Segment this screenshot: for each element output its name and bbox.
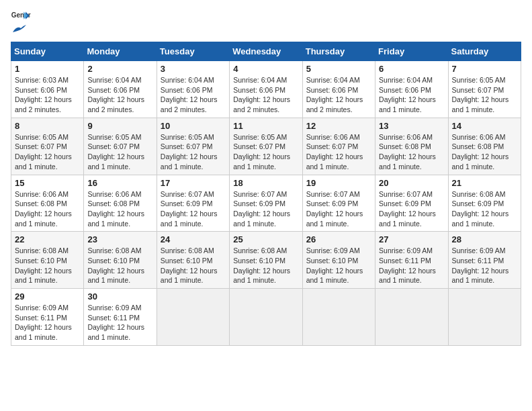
day-info: Sunrise: 6:04 AMSunset: 6:06 PMDaylight:… [379, 75, 444, 115]
day-number: 29 [15, 291, 80, 302]
calendar-cell: 8Sunrise: 6:05 AMSunset: 6:07 PMDaylight… [11, 118, 84, 175]
day-info: Sunrise: 6:06 AMSunset: 6:07 PMDaylight:… [306, 132, 371, 172]
calendar-cell: 13Sunrise: 6:06 AMSunset: 6:08 PMDayligh… [375, 118, 448, 175]
calendar-cell [448, 289, 521, 346]
calendar-table: SundayMondayTuesdayWednesdayThursdayFrid… [11, 42, 521, 346]
day-number: 26 [306, 234, 371, 244]
col-header-friday: Friday [375, 42, 448, 61]
day-number: 9 [87, 121, 152, 131]
calendar-cell: 30Sunrise: 6:09 AMSunset: 6:11 PMDayligh… [84, 289, 157, 346]
day-info: Sunrise: 6:06 AMSunset: 6:08 PMDaylight:… [87, 189, 152, 229]
day-number: 4 [233, 64, 298, 74]
calendar-cell: 28Sunrise: 6:09 AMSunset: 6:11 PMDayligh… [448, 232, 521, 289]
day-info: Sunrise: 6:06 AMSunset: 6:08 PMDaylight:… [379, 132, 444, 172]
calendar-cell: 10Sunrise: 6:05 AMSunset: 6:07 PMDayligh… [157, 118, 229, 175]
day-number: 25 [233, 234, 298, 244]
col-header-thursday: Thursday [302, 42, 375, 61]
col-header-saturday: Saturday [448, 42, 521, 61]
calendar-cell: 22Sunrise: 6:08 AMSunset: 6:10 PMDayligh… [11, 232, 84, 289]
day-number: 19 [306, 178, 371, 188]
logo-bird-icon [11, 24, 26, 35]
calendar-cell: 18Sunrise: 6:07 AMSunset: 6:09 PMDayligh… [230, 175, 302, 232]
day-info: Sunrise: 6:08 AMSunset: 6:09 PMDaylight:… [452, 189, 517, 229]
day-info: Sunrise: 6:09 AMSunset: 6:11 PMDaylight:… [452, 246, 517, 285]
day-info: Sunrise: 6:04 AMSunset: 6:06 PMDaylight:… [306, 75, 371, 115]
day-info: Sunrise: 6:07 AMSunset: 6:09 PMDaylight:… [306, 189, 371, 229]
calendar-cell [230, 289, 302, 346]
day-number: 16 [87, 178, 152, 188]
day-info: Sunrise: 6:09 AMSunset: 6:11 PMDaylight:… [15, 303, 80, 342]
calendar-cell: 14Sunrise: 6:06 AMSunset: 6:08 PMDayligh… [448, 118, 521, 175]
day-number: 13 [379, 121, 444, 131]
col-header-sunday: Sunday [11, 42, 84, 61]
day-number: 28 [452, 234, 517, 244]
day-number: 8 [15, 121, 80, 131]
logo: General [11, 11, 34, 35]
day-number: 27 [379, 234, 444, 244]
calendar-cell: 4Sunrise: 6:04 AMSunset: 6:06 PMDaylight… [230, 61, 302, 118]
day-info: Sunrise: 6:03 AMSunset: 6:06 PMDaylight:… [15, 75, 80, 115]
calendar-cell: 21Sunrise: 6:08 AMSunset: 6:09 PMDayligh… [448, 175, 521, 232]
day-number: 7 [452, 64, 517, 74]
calendar-cell [375, 289, 448, 346]
day-info: Sunrise: 6:04 AMSunset: 6:06 PMDaylight:… [233, 75, 298, 115]
calendar-cell: 6Sunrise: 6:04 AMSunset: 6:06 PMDaylight… [375, 61, 448, 118]
calendar-cell: 5Sunrise: 6:04 AMSunset: 6:06 PMDaylight… [302, 61, 375, 118]
day-info: Sunrise: 6:05 AMSunset: 6:07 PMDaylight:… [87, 132, 152, 172]
logo-icon: General [11, 11, 31, 24]
calendar-cell [157, 289, 229, 346]
day-number: 12 [306, 121, 371, 131]
calendar-cell: 29Sunrise: 6:09 AMSunset: 6:11 PMDayligh… [11, 289, 84, 346]
calendar-cell: 20Sunrise: 6:07 AMSunset: 6:09 PMDayligh… [375, 175, 448, 232]
day-number: 1 [15, 64, 80, 74]
calendar-cell: 23Sunrise: 6:08 AMSunset: 6:10 PMDayligh… [84, 232, 157, 289]
calendar-cell: 3Sunrise: 6:04 AMSunset: 6:06 PMDaylight… [157, 61, 229, 118]
day-number: 10 [161, 121, 226, 131]
day-info: Sunrise: 6:05 AMSunset: 6:07 PMDaylight:… [233, 132, 298, 172]
calendar-cell [302, 289, 375, 346]
day-number: 11 [233, 121, 298, 131]
calendar-cell: 25Sunrise: 6:08 AMSunset: 6:10 PMDayligh… [230, 232, 302, 289]
day-number: 23 [87, 234, 152, 244]
day-number: 21 [452, 178, 517, 188]
day-info: Sunrise: 6:09 AMSunset: 6:11 PMDaylight:… [87, 303, 152, 342]
day-info: Sunrise: 6:07 AMSunset: 6:09 PMDaylight:… [379, 189, 444, 229]
day-info: Sunrise: 6:08 AMSunset: 6:10 PMDaylight:… [15, 246, 80, 285]
calendar-cell: 9Sunrise: 6:05 AMSunset: 6:07 PMDaylight… [84, 118, 157, 175]
calendar-cell: 27Sunrise: 6:09 AMSunset: 6:11 PMDayligh… [375, 232, 448, 289]
day-number: 15 [15, 178, 80, 188]
calendar-cell: 2Sunrise: 6:04 AMSunset: 6:06 PMDaylight… [84, 61, 157, 118]
day-number: 17 [161, 178, 226, 188]
day-number: 18 [233, 178, 298, 188]
day-info: Sunrise: 6:06 AMSunset: 6:08 PMDaylight:… [452, 132, 517, 172]
day-info: Sunrise: 6:04 AMSunset: 6:06 PMDaylight:… [161, 75, 226, 115]
col-header-tuesday: Tuesday [157, 42, 229, 61]
col-header-monday: Monday [84, 42, 157, 61]
day-info: Sunrise: 6:09 AMSunset: 6:11 PMDaylight:… [379, 246, 444, 285]
calendar-cell: 1Sunrise: 6:03 AMSunset: 6:06 PMDaylight… [11, 61, 84, 118]
day-info: Sunrise: 6:05 AMSunset: 6:07 PMDaylight:… [452, 75, 517, 115]
day-info: Sunrise: 6:08 AMSunset: 6:10 PMDaylight:… [233, 246, 298, 285]
day-number: 30 [87, 291, 152, 302]
day-info: Sunrise: 6:08 AMSunset: 6:10 PMDaylight:… [87, 246, 152, 285]
calendar-cell: 15Sunrise: 6:06 AMSunset: 6:08 PMDayligh… [11, 175, 84, 232]
day-number: 5 [306, 64, 371, 74]
day-number: 14 [452, 121, 517, 131]
calendar-cell: 12Sunrise: 6:06 AMSunset: 6:07 PMDayligh… [302, 118, 375, 175]
calendar-cell: 17Sunrise: 6:07 AMSunset: 6:09 PMDayligh… [157, 175, 229, 232]
day-number: 2 [87, 64, 152, 74]
calendar-cell: 16Sunrise: 6:06 AMSunset: 6:08 PMDayligh… [84, 175, 157, 232]
day-info: Sunrise: 6:05 AMSunset: 6:07 PMDaylight:… [161, 132, 226, 172]
day-info: Sunrise: 6:07 AMSunset: 6:09 PMDaylight:… [233, 189, 298, 229]
day-info: Sunrise: 6:06 AMSunset: 6:08 PMDaylight:… [15, 189, 80, 229]
col-header-wednesday: Wednesday [230, 42, 302, 61]
day-number: 3 [161, 64, 226, 74]
page-header: General [11, 11, 521, 35]
calendar-cell: 19Sunrise: 6:07 AMSunset: 6:09 PMDayligh… [302, 175, 375, 232]
calendar-cell: 11Sunrise: 6:05 AMSunset: 6:07 PMDayligh… [230, 118, 302, 175]
day-info: Sunrise: 6:07 AMSunset: 6:09 PMDaylight:… [161, 189, 226, 229]
day-info: Sunrise: 6:05 AMSunset: 6:07 PMDaylight:… [15, 132, 80, 172]
calendar-cell: 26Sunrise: 6:09 AMSunset: 6:10 PMDayligh… [302, 232, 375, 289]
calendar-cell: 24Sunrise: 6:08 AMSunset: 6:10 PMDayligh… [157, 232, 229, 289]
day-number: 20 [379, 178, 444, 188]
